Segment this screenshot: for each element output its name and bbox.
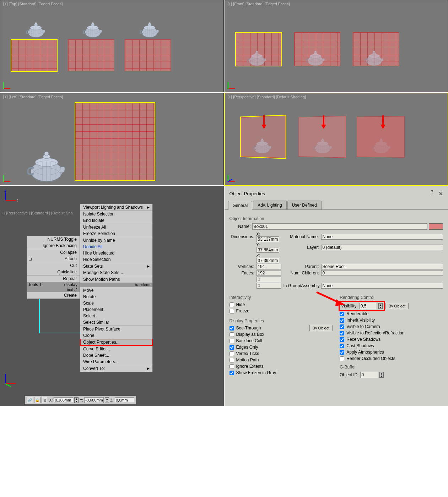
display-checkbox[interactable] [230,364,234,369]
teapot-top-1[interactable] [25,20,47,38]
rendering-checkbox[interactable] [340,344,344,348]
rendering-checkbox[interactable] [340,350,344,355]
rendering-checkbox[interactable] [340,337,344,342]
viewport-persp-label[interactable]: [+] [Perspective] [Standard] [Default Sh… [228,95,306,99]
object-id-input[interactable] [360,372,378,378]
menu-item[interactable]: Quickslice [27,269,80,275]
visibility-spinner[interactable]: ▲▼ [378,303,383,309]
object-id-spinner[interactable]: ▲▼ [379,372,384,378]
menu-item[interactable]: Rotate [80,294,152,300]
visibility-input[interactable] [359,303,377,309]
display-checkbox[interactable] [230,326,234,331]
viewport-top-label[interactable]: [+] [Top] [Standard] [Edged Faces] [3,2,63,6]
menu-footer-transform: transform [80,283,152,287]
menu-item[interactable]: Attach◻ [27,256,80,262]
hide-checkbox[interactable] [230,302,234,307]
menu-item[interactable]: Placement [80,306,152,313]
color-swatch[interactable] [429,223,443,230]
menu-item[interactable]: Freeze Selection [80,230,152,237]
rendering-by-object-button[interactable]: By Object [385,303,409,309]
teapot-persp-2[interactable] [312,136,333,154]
quad-menu-right[interactable]: Viewport Lighting and Shadows▶Isolate Se… [80,204,153,372]
teapot-persp-3[interactable] [371,136,392,154]
menu-item[interactable]: Manage State Sets... [80,269,152,276]
help-button[interactable]: ? [431,190,433,198]
display-checkbox[interactable] [230,345,234,350]
teapot-persp-1[interactable] [252,136,273,154]
teapot-top-3[interactable] [139,20,160,38]
menu-item[interactable]: Unhide All [80,244,152,250]
menu-item[interactable]: Select [80,313,152,319]
name-input[interactable] [252,223,428,230]
menu-item[interactable]: Move [80,287,152,294]
menu-item[interactable]: Hide Unselected [80,250,152,256]
display-checkbox[interactable] [230,332,234,337]
teapot-front-2[interactable] [305,48,326,66]
teapot-left[interactable] [25,147,68,182]
menu-item[interactable]: Hide Selection [80,256,152,263]
box-top-1[interactable] [11,39,57,71]
display-checkbox[interactable] [230,358,234,362]
menu-item[interactable]: State Sets▶ [80,263,152,269]
menu-item[interactable]: NURMS Toggle [27,236,80,242]
menu-item[interactable]: Clone [80,332,152,339]
coord-y-label: Y: [80,398,83,402]
menu-item-create[interactable]: Create [27,292,80,299]
menu-item-object-properties[interactable]: Object Properties... [80,339,152,345]
teapot-top-2[interactable] [82,20,103,38]
box-top-2[interactable] [68,39,114,71]
coord-mode-icon[interactable]: ⊞ [42,397,48,403]
menu-item[interactable]: Show Motion Paths [80,276,152,283]
menu-item[interactable]: Viewport Lighting and Shadows▶ [80,204,152,211]
display-checkbox[interactable] [230,339,234,343]
menu-item[interactable]: Convert To:▶ [80,365,152,372]
display-by-object-button[interactable]: By Object [309,325,333,331]
menu-item[interactable]: Cut [27,262,80,269]
link-icon[interactable]: 🔗 [27,397,33,403]
tab-general[interactable]: General [228,201,253,210]
coord-y-input[interactable] [84,397,104,403]
menu-item[interactable]: End Isolate [80,217,152,224]
menu-item[interactable]: Place Pivot Surface [80,326,152,332]
rendering-checkbox[interactable] [340,324,344,329]
menu-item[interactable]: Select Similar [80,319,152,326]
viewport-perspective[interactable]: [+] [Perspective] [Standard] [Default Sh… [225,93,448,185]
box-top-3[interactable] [125,39,171,71]
coord-z-input[interactable] [115,397,134,403]
teapot-front-3[interactable] [363,48,385,66]
quad-menu-left[interactable]: NURMS ToggleIgnore BackfacingCollapseAtt… [27,236,80,299]
rendering-check-label: Inherit Visibility [346,318,375,323]
menu-item[interactable]: Curve Editor... [80,346,152,352]
viewport-left-label[interactable]: [+] [Left] [Standard] [Edged Faces] [3,95,63,99]
context-menu-viewport[interactable]: xz +] [Perspective ] [Standard ] [Defaul… [0,186,224,406]
display-checkbox[interactable] [230,351,234,356]
menu-item[interactable]: Dope Sheet... [80,352,152,359]
rendering-checkbox[interactable] [340,312,344,316]
menu-item[interactable]: Isolate Selection [80,211,152,217]
freeze-checkbox[interactable] [230,309,234,313]
tab-adv-lighting[interactable]: Adv. Lighting [253,201,287,209]
coord-x-spinner[interactable]: ▲▼ [74,397,79,403]
coord-x-input[interactable] [54,397,73,403]
display-checkbox[interactable] [230,371,234,375]
menu-item[interactable]: Repeat [27,275,80,282]
menu-item[interactable]: Scale [80,300,152,306]
viewport-top[interactable]: [+] [Top] [Standard] [Edged Faces] [0,0,224,92]
tab-user-defined[interactable]: User Defined [287,201,322,209]
box-left-1[interactable] [75,103,155,181]
viewport-front-label[interactable]: [+] [Front] [Standard] [Edged Faces] [228,2,290,6]
lock-icon[interactable]: 🔒 [34,397,41,403]
teapot-front-1[interactable] [246,48,268,66]
menu-item[interactable]: Wire Parameters... [80,359,152,365]
viewport-front[interactable]: [+] [Front] [Standard] [Edged Faces] [225,0,448,92]
menu-item[interactable]: Unfreeze All [80,224,152,230]
rendering-checkbox[interactable] [340,331,344,335]
coord-y-spinner[interactable]: ▲▼ [105,397,109,403]
rendering-checkbox[interactable] [340,318,344,323]
menu-item[interactable]: Unhide by Name [80,237,152,244]
menu-item[interactable]: Ignore Backfacing [27,242,80,249]
rendering-checkbox[interactable] [340,356,344,361]
close-button[interactable]: × [439,190,443,198]
menu-item[interactable]: Collapse [27,249,80,256]
viewport-left[interactable]: [+] [Left] [Standard] [Edged Faces] [0,93,224,185]
